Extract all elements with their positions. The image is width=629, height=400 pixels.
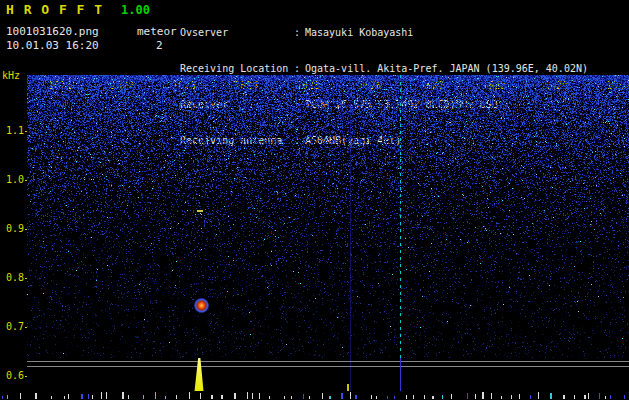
minute-tick [309, 396, 310, 399]
app-title: H R O F F T [6, 2, 103, 17]
minute-tick [7, 395, 8, 399]
minute-tick [189, 392, 190, 399]
app-version: 1.00 [121, 3, 150, 17]
freq-label: 0.7 [0, 321, 24, 332]
minute-tick [574, 395, 575, 399]
info-label: Ovserver [180, 27, 294, 39]
minute-tick [122, 392, 124, 399]
minute-tick [143, 395, 144, 399]
minute-tick [64, 396, 65, 399]
info-row-location: Receiving Location:Ogata-vill. Akita-Pre… [180, 63, 588, 75]
minute-tick [2, 396, 3, 399]
minute-tick [252, 393, 253, 399]
minute-tick [394, 396, 395, 399]
minute-tick [221, 395, 223, 399]
minute-tick [92, 395, 93, 399]
freq-tick [25, 376, 27, 377]
minute-tick [211, 395, 213, 399]
minute-tick [291, 396, 292, 399]
minute-tick [550, 393, 552, 399]
minute-tick [269, 396, 270, 399]
minute-tick [200, 393, 201, 399]
minute-tick [155, 392, 156, 399]
minute-tick [475, 394, 476, 399]
info-value: Ogata-vill. Akita-Pref. JAPAN (139.96E, … [305, 63, 588, 74]
freq-label: 1.0 [0, 174, 24, 185]
minute-tick [588, 393, 589, 399]
minute-tick [176, 395, 177, 399]
minute-tick [432, 396, 434, 399]
freq-label: 1.1 [0, 125, 24, 136]
meteor-count: 2 [156, 39, 163, 52]
hrofft-window: H R O F F T 1.00 1001031620.png meteor 2… [0, 0, 629, 400]
info-separator: : [294, 63, 305, 75]
meteor-echo [194, 298, 209, 313]
info-value: Masayuki Kobayashi [305, 27, 413, 38]
timestamp: 10.01.03 16:20 [6, 39, 99, 52]
minute-tick [341, 393, 343, 399]
minute-tick [387, 396, 388, 399]
minute-tick [259, 393, 260, 399]
minute-tick [35, 393, 37, 399]
minute-tick [482, 392, 484, 399]
minute-tick [424, 395, 425, 399]
minute-tick [491, 393, 492, 399]
minute-tick [519, 394, 520, 399]
panel-line [27, 366, 629, 367]
minute-tick [350, 392, 351, 399]
minute-tick [355, 395, 357, 399]
minute-tick [530, 395, 531, 399]
minute-tick [501, 396, 502, 399]
interference-line [350, 100, 351, 391]
freq-axis: 1.11.00.90.80.70.6 [0, 0, 30, 400]
minute-tick [68, 394, 69, 399]
minute-tick [406, 395, 407, 399]
minute-tick [451, 394, 452, 399]
signal-spike [192, 358, 206, 391]
minute-tick [106, 392, 107, 399]
freq-unit-label: kHz [2, 70, 20, 81]
minute-tick [165, 396, 166, 399]
minute-tick [51, 396, 52, 399]
echo-dash [197, 210, 203, 212]
minute-tick [128, 395, 129, 399]
minute-tick [563, 395, 565, 399]
minute-tick [511, 395, 512, 399]
minute-tick [442, 395, 443, 399]
info-label: Receiving Location [180, 63, 294, 75]
minute-tick [284, 396, 285, 399]
minute-tick [101, 392, 102, 399]
minute-tick [247, 392, 248, 399]
output-filename: 1001031620.png [6, 25, 99, 38]
freq-label: 0.8 [0, 272, 24, 283]
minute-tick [538, 392, 539, 399]
info-row-observer: Ovserver:Masayuki Kobayashi [180, 27, 588, 39]
minute-tick [599, 393, 600, 399]
minute-tick [81, 394, 83, 399]
minute-tick [329, 396, 331, 399]
carrier-dashed-line [400, 75, 401, 358]
minute-tick [20, 393, 21, 399]
minute-tick [234, 393, 236, 399]
minute-tick [624, 395, 625, 399]
minute-tick [467, 393, 468, 399]
minute-tick [303, 394, 304, 399]
info-separator: : [294, 27, 305, 39]
carrier-tick [400, 358, 401, 391]
minute-tick [610, 395, 611, 399]
spectrogram-canvas [27, 75, 629, 358]
minute-tick [371, 395, 372, 399]
minute-tick [88, 394, 89, 399]
minute-tick [584, 395, 586, 399]
signal-tick [347, 384, 349, 391]
minute-tick [413, 395, 414, 399]
mode-label: meteor [137, 25, 177, 38]
panel-line [27, 361, 629, 362]
minute-tick [605, 396, 606, 399]
freq-label: 0.6 [0, 370, 24, 381]
minute-tick [322, 393, 323, 399]
freq-label: 0.9 [0, 223, 24, 234]
minute-tick [376, 396, 377, 399]
